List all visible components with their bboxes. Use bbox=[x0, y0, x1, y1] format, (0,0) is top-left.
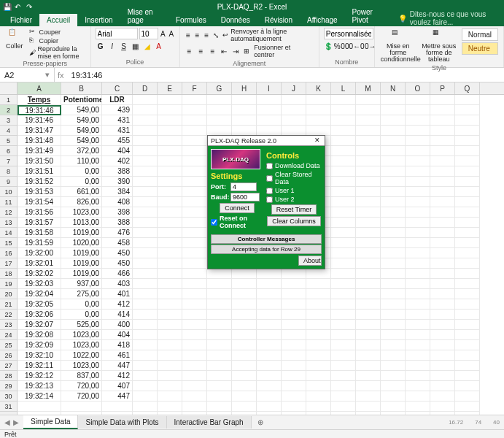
cell[interactable] bbox=[455, 320, 480, 330]
cell[interactable] bbox=[282, 95, 306, 105]
decimal-inc-icon[interactable]: ←0 bbox=[354, 41, 364, 51]
row-header[interactable]: 15 bbox=[0, 238, 17, 248]
cell[interactable] bbox=[406, 95, 430, 105]
cell[interactable] bbox=[381, 310, 406, 320]
cell[interactable]: 458 bbox=[102, 238, 133, 248]
cell[interactable] bbox=[381, 269, 406, 279]
cell[interactable]: 447 bbox=[102, 361, 133, 371]
row-headers[interactable]: 1234567891011121314151617181920212223242… bbox=[0, 95, 18, 415]
cell[interactable] bbox=[381, 115, 406, 126]
align-top-icon[interactable]: ≡ bbox=[185, 30, 193, 40]
cell[interactable]: 466 bbox=[102, 269, 133, 279]
cell[interactable] bbox=[158, 166, 182, 177]
cell[interactable] bbox=[331, 197, 356, 207]
cell[interactable] bbox=[381, 95, 406, 105]
cell[interactable]: 447 bbox=[102, 391, 133, 402]
cell[interactable] bbox=[133, 269, 158, 279]
cell[interactable] bbox=[207, 371, 232, 381]
cell[interactable] bbox=[257, 340, 282, 350]
row-header[interactable]: 11 bbox=[0, 197, 17, 207]
cell[interactable]: 388 bbox=[102, 218, 133, 228]
cell[interactable] bbox=[207, 289, 232, 299]
cell[interactable] bbox=[182, 289, 207, 299]
cell[interactable] bbox=[455, 197, 480, 207]
cell[interactable] bbox=[455, 402, 480, 412]
cell[interactable] bbox=[430, 238, 455, 248]
cell[interactable] bbox=[133, 136, 158, 146]
cell[interactable] bbox=[356, 320, 381, 330]
cell[interactable] bbox=[133, 279, 158, 289]
cell[interactable] bbox=[381, 248, 406, 258]
cell[interactable] bbox=[381, 156, 406, 166]
cell[interactable] bbox=[331, 258, 356, 269]
cell[interactable] bbox=[133, 289, 158, 299]
conditional-format-button[interactable]: ▤Mise en forme conditionnelle bbox=[379, 28, 417, 64]
cell[interactable] bbox=[430, 207, 455, 218]
cell[interactable] bbox=[182, 402, 207, 412]
cell[interactable] bbox=[356, 269, 381, 279]
cell[interactable] bbox=[158, 156, 182, 166]
row-header[interactable]: 14 bbox=[0, 228, 17, 238]
cell[interactable]: 19:31:46 bbox=[18, 115, 61, 126]
increase-font-icon[interactable]: A bbox=[160, 28, 167, 39]
cell[interactable]: 19:32:01 bbox=[18, 258, 61, 269]
column-header[interactable]: O bbox=[406, 82, 430, 94]
cell[interactable]: 431 bbox=[102, 115, 133, 126]
cell[interactable] bbox=[282, 269, 306, 279]
cell[interactable] bbox=[158, 248, 182, 258]
cell[interactable]: 1023,00 bbox=[61, 340, 102, 350]
cell[interactable] bbox=[306, 299, 331, 310]
cell[interactable] bbox=[182, 156, 207, 166]
cell[interactable] bbox=[282, 402, 306, 412]
cell[interactable] bbox=[381, 391, 406, 402]
cell[interactable] bbox=[133, 228, 158, 238]
cell[interactable] bbox=[182, 218, 207, 228]
cell[interactable] bbox=[158, 299, 182, 310]
cell[interactable] bbox=[257, 361, 282, 371]
cell[interactable] bbox=[430, 228, 455, 238]
cell[interactable] bbox=[406, 197, 430, 207]
cell[interactable]: 19:31:52 bbox=[18, 177, 61, 187]
cell[interactable] bbox=[430, 218, 455, 228]
cell[interactable] bbox=[18, 402, 61, 412]
align-right-icon[interactable]: ≡ bbox=[207, 46, 217, 56]
cell[interactable]: 388 bbox=[102, 166, 133, 177]
cell[interactable] bbox=[331, 391, 356, 402]
cell[interactable]: 19:32:09 bbox=[18, 340, 61, 350]
cell[interactable] bbox=[207, 105, 232, 115]
cell[interactable]: 439 bbox=[102, 105, 133, 115]
cell[interactable] bbox=[356, 279, 381, 289]
cell[interactable]: 19:32:14 bbox=[18, 391, 61, 402]
name-box[interactable]: A2▾ bbox=[0, 68, 55, 82]
cell[interactable] bbox=[406, 187, 430, 197]
cell[interactable] bbox=[282, 330, 306, 340]
cell[interactable] bbox=[455, 381, 480, 391]
cell[interactable] bbox=[406, 177, 430, 187]
cell[interactable] bbox=[306, 391, 331, 402]
cell[interactable] bbox=[455, 126, 480, 136]
cell[interactable] bbox=[133, 238, 158, 248]
cell[interactable] bbox=[207, 279, 232, 289]
cell[interactable] bbox=[232, 391, 257, 402]
cell[interactable] bbox=[430, 289, 455, 299]
cell[interactable] bbox=[356, 391, 381, 402]
cell[interactable] bbox=[257, 299, 282, 310]
wrap-text-button[interactable]: ↩Renvoyer à la ligne automatiquement bbox=[221, 28, 314, 42]
row-header[interactable]: 2 bbox=[0, 105, 17, 115]
cell[interactable] bbox=[257, 289, 282, 299]
cell[interactable] bbox=[158, 340, 182, 350]
cell[interactable] bbox=[282, 310, 306, 320]
row-header[interactable]: 16 bbox=[0, 248, 17, 258]
cell[interactable] bbox=[430, 269, 455, 279]
cell[interactable] bbox=[430, 156, 455, 166]
cell[interactable] bbox=[406, 299, 430, 310]
cell[interactable]: 19:31:50 bbox=[18, 156, 61, 166]
cell[interactable] bbox=[232, 126, 257, 136]
cell[interactable] bbox=[158, 371, 182, 381]
cell[interactable] bbox=[381, 218, 406, 228]
tab-affichage[interactable]: Affichage bbox=[300, 14, 345, 26]
cell[interactable]: 19:32:03 bbox=[18, 279, 61, 289]
cell[interactable] bbox=[406, 361, 430, 371]
cell[interactable] bbox=[158, 228, 182, 238]
row-header[interactable]: 27 bbox=[0, 361, 17, 371]
